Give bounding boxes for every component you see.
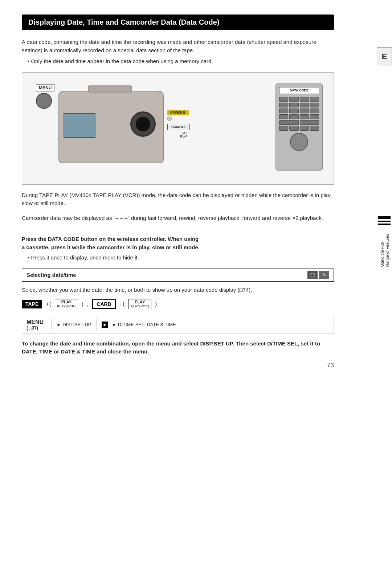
pencil-icon-box: ✎	[319, 271, 329, 279]
remote-control: DATA CODE	[275, 83, 323, 171]
remote-round-btn	[290, 133, 308, 151]
menu-button-circle	[36, 93, 52, 109]
section-icons: ◯ ✎	[307, 271, 329, 279]
menu-step2-text: ► D/TIME SEL.·DATE & TIME	[112, 322, 176, 327]
remote-btn	[310, 97, 319, 102]
camera-lens-inner	[136, 117, 150, 131]
camera-lens	[130, 111, 156, 137]
menu-step2: ► ► D/TIME SEL.·DATE & TIME	[96, 319, 181, 331]
menu-page-ref: ( □37)	[26, 326, 47, 331]
play-label: PLAY	[167, 135, 190, 138]
mode-row: TAPE +( PLAY PLAY(VCR) ) , CARD +( PLAY …	[22, 299, 334, 309]
remote-btn	[279, 120, 299, 125]
menu-box: MENU	[36, 84, 54, 109]
tape-play-badge: PLAY PLAY(VCR)	[55, 299, 78, 309]
remote-btn	[300, 97, 309, 102]
remote-btn	[310, 109, 319, 113]
plus2: +(	[119, 301, 125, 307]
remote-btn	[289, 114, 298, 119]
remote-btn	[279, 97, 288, 102]
power-label: POWER	[167, 110, 189, 115]
play-label-top2: PLAY	[135, 300, 145, 304]
remote-btn	[279, 109, 288, 113]
remote-row5	[279, 120, 319, 125]
camera-switch: CAMERA	[167, 124, 190, 130]
section-letter-tab: E	[377, 47, 392, 66]
intro-para2: During TAPE PLAY (MV430i: TAPE PLAY (VCR…	[22, 191, 334, 208]
selecting-datetime-desc: Select whether you want the date, the ti…	[22, 286, 334, 294]
instruction-bullet2: Press it once to display, once more to h…	[22, 254, 334, 262]
remote-btn	[310, 114, 319, 119]
menu-label: MENU	[36, 84, 54, 91]
remote-btn	[310, 103, 319, 107]
tape-icon: ◯	[310, 272, 315, 278]
menu-steps-row: MENU ( □37) ► DISP.SET UP ► ► D/TIME SEL…	[22, 316, 334, 334]
remote-btn	[300, 109, 309, 113]
menu-label-cell: MENU ( □37)	[22, 316, 51, 333]
play-vcr-label2: PLAY(VCR)	[130, 304, 149, 308]
remote-btn	[279, 126, 288, 131]
sidebar-thin-line2	[378, 224, 391, 225]
remote-btn	[300, 120, 319, 125]
remote-btn	[300, 126, 309, 131]
plus1: +(	[46, 301, 51, 307]
intro-para3: Camcorder data may be displayed as "– – …	[22, 214, 334, 222]
camcorder-illustration: MENU POWER CAMERA OFF PLAY	[22, 72, 334, 185]
selecting-datetime-title: Selecting date/time	[26, 272, 76, 278]
tape-badge: TAPE	[22, 300, 42, 308]
remote-row6	[279, 126, 319, 131]
remote-btn	[279, 114, 288, 119]
remote-row2	[279, 103, 319, 107]
off-label: OFF	[167, 131, 190, 135]
bold-instruction: Press the DATA CODE button on the wirele…	[22, 235, 334, 251]
remote-btn	[300, 114, 309, 119]
tape-icon-box: ◯	[307, 271, 318, 279]
final-instruction: To change the date and time combination,…	[22, 340, 334, 356]
close-paren1: )	[82, 301, 83, 307]
page-title: Displaying Date, Time and Camcorder Data…	[22, 15, 334, 30]
sidebar-vertical-text-using: Using the Full Range of Features	[377, 232, 392, 268]
remote-btn	[289, 126, 298, 131]
remote-btn	[289, 103, 298, 107]
camera-handle	[88, 85, 132, 93]
remote-row3	[279, 109, 319, 113]
remote-btn	[279, 103, 288, 107]
remote-row1	[279, 97, 319, 102]
selecting-datetime-section: Selecting date/time ◯ ✎	[22, 269, 334, 282]
menu-label: MENU	[26, 319, 47, 326]
comma-sep: ,	[87, 301, 89, 307]
camera-screen	[64, 113, 95, 138]
play-vcr-label: PLAY(VCR)	[57, 304, 76, 308]
power-indicator	[167, 116, 172, 121]
data-code-btn: DATA CODE	[279, 87, 319, 94]
sidebar-decoration	[377, 214, 392, 227]
play-label-top: PLAY	[61, 300, 72, 304]
card-play-badge: PLAY PLAY(VCR)	[128, 299, 151, 309]
sidebar-thick-line	[378, 216, 391, 219]
arrow-icon: ►	[102, 322, 108, 328]
menu-step1: ► DISP.SET UP	[51, 319, 96, 330]
pencil-icon: ✎	[322, 272, 326, 278]
remote-btn	[310, 126, 319, 131]
page-number: 73	[327, 362, 334, 369]
remote-btn	[289, 97, 298, 102]
intro-bullet1: Only the date and time appear in the dat…	[22, 57, 334, 66]
remote-btn	[289, 109, 298, 113]
sidebar-vertical-text-container: Using the Full Range of Features	[377, 232, 392, 305]
close-paren2: )	[155, 301, 157, 307]
menu-step1-text: ► DISP.SET UP	[57, 322, 91, 327]
sidebar-thin-line1	[378, 221, 391, 222]
camera-body	[58, 91, 164, 163]
remote-btn	[300, 103, 309, 107]
power-area: POWER CAMERA OFF PLAY	[167, 109, 190, 138]
remote-row4	[279, 114, 319, 119]
intro-para1: A data code, containing the date and tim…	[22, 38, 334, 54]
card-badge: CARD	[92, 299, 115, 309]
